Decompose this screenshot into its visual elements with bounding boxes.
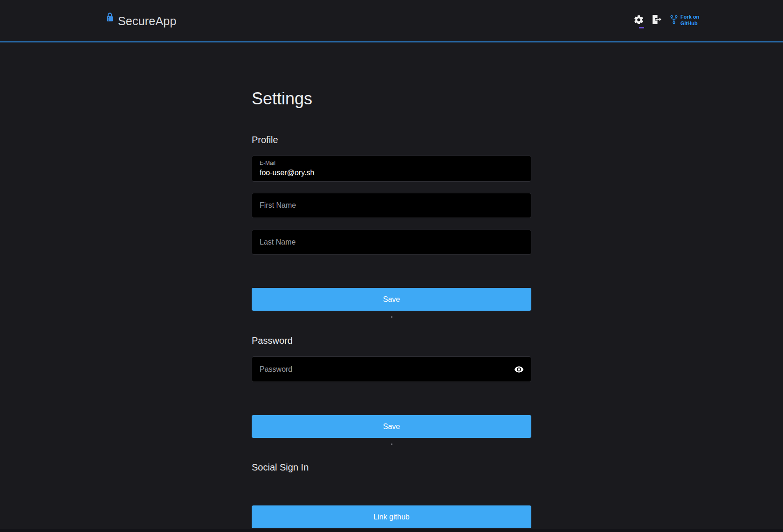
app-header: SecureApp	[0, 0, 783, 42]
password-field	[252, 356, 531, 382]
settings-page: Settings Profile E-Mail Save Password Sa…	[252, 42, 531, 528]
app-logo[interactable]: SecureApp	[105, 11, 177, 28]
password-section-heading: Password	[252, 335, 531, 347]
toggle-password-visibility-button[interactable]	[513, 363, 525, 375]
email-field[interactable]: E-Mail	[252, 156, 531, 182]
eye-icon	[514, 368, 524, 375]
visited-link-underline	[639, 27, 644, 28]
page-bottom-edge	[0, 529, 783, 532]
password-save-button[interactable]: Save	[252, 415, 531, 438]
link-github-button[interactable]: Link github	[252, 505, 531, 528]
lock-icon	[105, 11, 115, 26]
logout-button[interactable]	[650, 14, 662, 25]
password-input[interactable]	[252, 356, 531, 382]
first-name-input[interactable]	[252, 193, 531, 218]
fork-link-label: Fork on GitHub	[680, 14, 699, 27]
git-fork-icon	[670, 14, 678, 27]
app-title: SecureApp	[118, 14, 177, 28]
profile-save-button[interactable]: Save	[252, 288, 531, 311]
section-divider-dot	[391, 316, 392, 318]
social-section-heading: Social Sign In	[252, 462, 531, 473]
settings-gear-button[interactable]	[633, 14, 644, 25]
fork-on-github-link[interactable]: Fork on GitHub	[670, 14, 699, 27]
section-divider-dot	[391, 443, 392, 445]
profile-section-heading: Profile	[252, 134, 531, 146]
page-title: Settings	[252, 88, 531, 109]
logout-icon	[650, 19, 662, 27]
email-input[interactable]	[260, 168, 523, 177]
email-field-label: E-Mail	[260, 160, 523, 167]
last-name-input[interactable]	[252, 230, 531, 255]
gear-icon	[633, 19, 644, 27]
